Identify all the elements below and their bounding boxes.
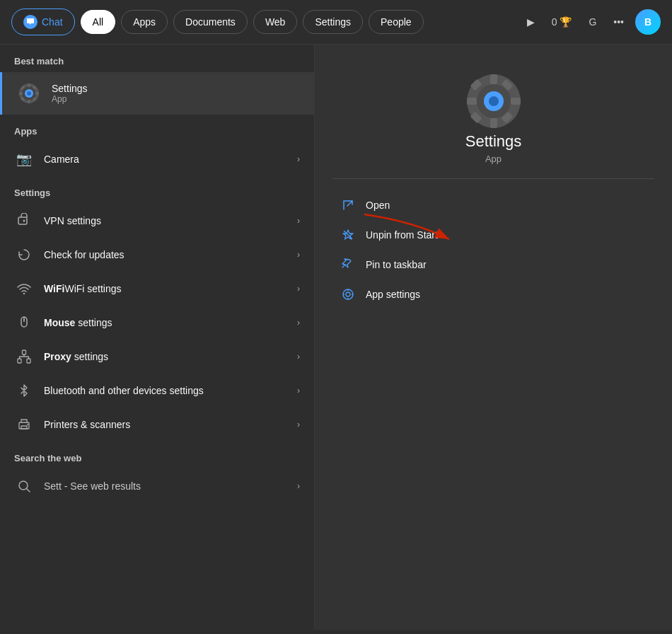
best-match-header: Best match <box>0 45 314 72</box>
mouse-item[interactable]: Mouse settings › <box>0 306 314 340</box>
documents-label: Documents <box>185 16 236 28</box>
play-button[interactable]: ▶ <box>521 12 540 32</box>
best-match-title: Settings <box>52 83 88 94</box>
svg-point-3 <box>27 91 31 96</box>
app-detail-type: App <box>485 154 502 164</box>
mouse-icon <box>14 313 34 333</box>
svg-rect-28 <box>490 74 497 84</box>
svg-rect-30 <box>467 98 477 105</box>
more-button[interactable]: ••• <box>608 12 630 32</box>
bluetooth-label: Bluetooth and other devices settings <box>44 385 287 396</box>
wifi-item[interactable]: WiFiWiFi settings › <box>0 272 314 306</box>
pin-action[interactable]: Pin to taskbar <box>329 250 658 279</box>
app-detail-icon <box>465 73 522 132</box>
divider <box>332 178 654 179</box>
documents-button[interactable]: Documents <box>173 10 248 34</box>
search-web-icon <box>14 476 34 496</box>
unpin-icon <box>340 227 356 243</box>
nav-right: ▶ 0 🏆 G ••• B <box>521 9 661 35</box>
svg-point-17 <box>23 319 25 321</box>
mouse-label: Mouse settings <box>44 317 287 328</box>
settings-button[interactable]: Settings <box>303 10 363 34</box>
open-icon <box>340 197 356 213</box>
camera-item[interactable]: 📷 Camera › <box>0 142 314 176</box>
updates-label: Check for updates <box>44 249 287 260</box>
printers-item[interactable]: Printers & scanners › <box>0 408 314 442</box>
proxy-icon <box>14 347 34 367</box>
printers-icon <box>14 415 34 434</box>
camera-icon: 📷 <box>14 149 34 169</box>
svg-rect-5 <box>28 100 30 103</box>
chat-button[interactable]: Chat <box>11 8 75 35</box>
proxy-label: Proxy settings <box>44 351 287 362</box>
svg-rect-19 <box>23 350 26 355</box>
svg-rect-4 <box>28 83 30 87</box>
svg-rect-29 <box>490 118 497 128</box>
app-settings-icon <box>340 287 356 302</box>
svg-point-41 <box>346 292 350 296</box>
unpin-action[interactable]: Unpin from Start <box>329 220 658 250</box>
left-panel: Best match <box>0 45 315 630</box>
apps-button[interactable]: Apps <box>121 10 168 34</box>
all-button[interactable]: All <box>81 10 116 34</box>
best-match-item[interactable]: Settings App <box>0 72 314 115</box>
wifi-icon <box>14 279 34 299</box>
apps-label: Apps <box>133 16 156 28</box>
mouse-chevron-icon: › <box>297 318 300 328</box>
bluetooth-item[interactable]: Bluetooth and other devices settings › <box>0 374 314 408</box>
svg-point-24 <box>27 424 28 425</box>
best-match-subtitle: App <box>52 94 88 104</box>
wifi-chevron-icon: › <box>297 284 300 294</box>
chat-icon <box>23 15 37 29</box>
updates-icon <box>14 245 34 265</box>
svg-point-38 <box>489 96 499 106</box>
proxy-chevron-icon: › <box>297 352 300 362</box>
app-settings-label: App settings <box>366 289 420 300</box>
search-web-chevron-icon: › <box>297 481 300 491</box>
people-button[interactable]: People <box>369 10 424 34</box>
vpn-item[interactable]: VPN settings › <box>0 204 314 238</box>
pin-icon <box>340 257 356 272</box>
svg-point-40 <box>343 289 353 299</box>
right-panel: Settings App Open <box>315 45 672 309</box>
search-web-label: Sett - See web results <box>44 480 287 492</box>
proxy-item[interactable]: Proxy settings › <box>0 340 314 374</box>
app-detail-name: Settings <box>465 132 522 151</box>
action-list: Open Unpin from Start <box>315 190 672 309</box>
printers-label: Printers & scanners <box>44 419 287 430</box>
svg-rect-31 <box>511 98 521 105</box>
pin-label: Pin to taskbar <box>366 259 427 270</box>
apps-header: Apps <box>0 115 314 142</box>
main-content: Best match <box>0 45 672 630</box>
svg-line-26 <box>27 489 30 492</box>
svg-point-13 <box>23 220 25 222</box>
search-web-item[interactable]: Sett - See web results › <box>0 469 314 503</box>
top-navigation: Chat All Apps Documents Web Settings Peo… <box>0 0 672 45</box>
bluetooth-icon <box>14 381 34 400</box>
updates-item[interactable]: Check for updates › <box>0 238 314 272</box>
bluetooth-chevron-icon: › <box>297 386 300 396</box>
camera-chevron-icon: › <box>297 154 300 164</box>
svg-rect-6 <box>19 93 23 95</box>
svg-rect-18 <box>18 359 21 363</box>
vpn-icon <box>14 211 34 231</box>
bing-button[interactable]: B <box>635 9 661 35</box>
web-button[interactable]: Web <box>253 10 298 34</box>
score-button[interactable]: 0 🏆 <box>546 12 578 32</box>
printers-chevron-icon: › <box>297 420 300 430</box>
open-action[interactable]: Open <box>329 190 658 220</box>
g-button[interactable]: G <box>583 12 602 32</box>
svg-rect-20 <box>27 359 30 363</box>
updates-chevron-icon: › <box>297 250 300 260</box>
app-settings-action[interactable]: App settings <box>329 279 658 309</box>
unpin-label: Unpin from Start <box>366 229 438 241</box>
svg-rect-23 <box>21 426 27 429</box>
chat-label: Chat <box>42 16 63 28</box>
vpn-chevron-icon: › <box>297 216 300 226</box>
settings-section-header: Settings <box>0 176 314 204</box>
people-label: People <box>381 16 412 28</box>
vpn-label: VPN settings <box>44 215 287 226</box>
wifi-label: WiFiWiFi settings <box>44 283 287 294</box>
svg-rect-7 <box>35 93 39 95</box>
all-label: All <box>93 16 104 28</box>
